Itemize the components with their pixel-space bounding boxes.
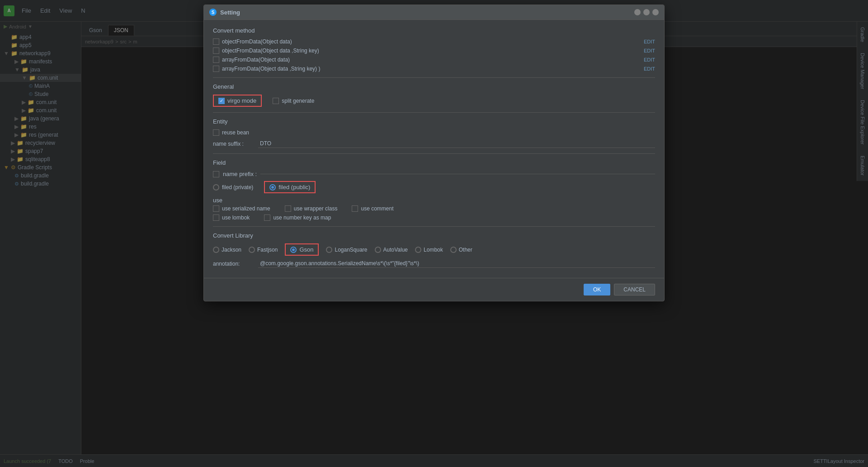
use-label: use: [213, 197, 222, 204]
convert-library-title: Convert Library: [213, 232, 655, 239]
lib-fastjson[interactable]: Fastjson: [249, 247, 278, 253]
reuse-bean-row[interactable]: reuse bean: [213, 129, 655, 136]
dialog-icon: S: [209, 9, 217, 16]
use-serialized-name[interactable]: use serialized name: [213, 205, 270, 212]
convert-method-label-3[interactable]: arrayFromData(Object data): [213, 57, 640, 63]
setting-dialog: S Setting Convert method objectFromData(…: [203, 5, 665, 301]
library-options-row: Jackson Fastjson Gson LoganSquare AutoVa…: [213, 243, 655, 256]
annotation-label: annotation:: [213, 261, 258, 267]
dialog-titlebar: S Setting: [204, 5, 664, 20]
use-lombok-checkbox[interactable]: [213, 214, 219, 221]
cancel-button[interactable]: CANCEL: [614, 284, 655, 295]
close-button[interactable]: [652, 9, 659, 15]
convert-method-cb-4[interactable]: [213, 66, 219, 72]
lib-autovalue-label: AutoValue: [383, 247, 408, 253]
convert-method-item-3: arrayFromData(Object data) EDIT: [213, 57, 655, 63]
use-lombok-label: use lombok: [222, 214, 250, 221]
edit-link-3[interactable]: EDIT: [644, 57, 655, 62]
use-comment-checkbox[interactable]: [352, 205, 358, 212]
lib-lombok[interactable]: Lombok: [415, 247, 443, 253]
convert-method-cb-2[interactable]: [213, 48, 219, 54]
general-options-row: virgo mode split generate: [213, 95, 655, 107]
use-number-key-label: use number key as map: [273, 214, 331, 221]
field-title: Field: [213, 159, 655, 166]
convert-method-item-2: objectFromData(Object data ,String key) …: [213, 48, 655, 54]
use-section-header: use: [213, 197, 655, 204]
edit-link-4[interactable]: EDIT: [644, 66, 655, 71]
lib-fastjson-radio[interactable]: [249, 247, 255, 253]
virgo-mode-checkbox[interactable]: [218, 98, 225, 104]
name-suffix-label: name suffix :: [213, 141, 258, 147]
filed-private-radio[interactable]: [213, 184, 219, 191]
lib-logansquare-radio[interactable]: [326, 247, 332, 253]
divider-4: [213, 226, 655, 227]
filed-public-label: filed (public): [278, 184, 310, 191]
virgo-mode-container[interactable]: virgo mode: [213, 95, 262, 107]
lib-lombok-label: Lombok: [424, 247, 443, 253]
convert-method-cb-1[interactable]: [213, 38, 219, 45]
name-prefix-label: name prefix :: [223, 171, 257, 177]
divider-1: [213, 77, 655, 78]
name-prefix-input-area: [260, 174, 655, 174]
virgo-mode-label: virgo mode: [227, 97, 256, 104]
use-items-row2: use lombok use number key as map: [213, 214, 655, 221]
convert-method-label-1[interactable]: objectFromData(Object data): [213, 38, 640, 45]
use-items-row1: use serialized name use wrapper class us…: [213, 205, 655, 212]
use-comment[interactable]: use comment: [352, 205, 393, 212]
lib-other[interactable]: Other: [450, 247, 472, 253]
use-serialized-name-checkbox[interactable]: [213, 205, 219, 212]
lib-logansquare-label: LoganSquare: [335, 247, 367, 253]
ok-button[interactable]: OK: [584, 284, 610, 295]
convert-method-label-4[interactable]: arrayFromData(Object data ,String key) ): [213, 66, 640, 72]
lib-jackson[interactable]: Jackson: [213, 247, 241, 253]
maximize-button[interactable]: [643, 9, 650, 15]
name-prefix-checkbox[interactable]: [213, 171, 219, 177]
convert-method-item-4: arrayFromData(Object data ,String key) )…: [213, 66, 655, 72]
lib-other-label: Other: [459, 247, 472, 253]
minimize-button[interactable]: [634, 9, 641, 15]
split-generate-container[interactable]: split generate: [273, 98, 314, 104]
lib-jackson-radio[interactable]: [213, 247, 219, 253]
divider-2: [213, 112, 655, 113]
lib-autovalue[interactable]: AutoValue: [375, 247, 408, 253]
filed-private-option[interactable]: filed (private): [213, 184, 253, 191]
dialog-content: Convert method objectFromData(Object dat…: [204, 20, 664, 278]
reuse-bean-label: reuse bean: [222, 129, 249, 136]
convert-method-item-1: objectFromData(Object data) EDIT: [213, 38, 655, 45]
use-comment-label: use comment: [361, 205, 393, 212]
annotation-row: annotation: @com.google.gson.annotations…: [213, 259, 655, 268]
use-wrapper-class-checkbox[interactable]: [285, 205, 291, 212]
lib-gson-label: Gson: [299, 246, 313, 253]
use-serialized-name-label: use serialized name: [222, 205, 270, 212]
window-controls: [634, 9, 659, 15]
lib-gson-radio[interactable]: [290, 247, 297, 253]
use-wrapper-class[interactable]: use wrapper class: [285, 205, 338, 212]
use-number-key-as-map[interactable]: use number key as map: [264, 214, 331, 221]
edit-link-2[interactable]: EDIT: [644, 48, 655, 53]
lib-other-radio[interactable]: [450, 247, 457, 253]
dialog-title: Setting: [220, 9, 634, 16]
convert-method-label-2[interactable]: objectFromData(Object data ,String key): [213, 48, 640, 54]
convert-method-cb-3[interactable]: [213, 57, 219, 63]
lib-gson-container[interactable]: Gson: [285, 243, 319, 256]
lib-autovalue-radio[interactable]: [375, 247, 381, 253]
filed-access-row: filed (private) filed (public): [213, 181, 655, 193]
lib-jackson-label: Jackson: [222, 247, 241, 253]
reuse-bean-checkbox[interactable]: [213, 129, 219, 136]
convert-method-title: Convert method: [213, 27, 655, 34]
filed-public-radio[interactable]: [269, 184, 276, 191]
split-generate-label: split generate: [282, 98, 314, 104]
use-number-key-checkbox[interactable]: [264, 214, 270, 221]
filed-public-container[interactable]: filed (public): [264, 181, 316, 193]
dialog-footer: OK CANCEL: [204, 278, 664, 301]
use-lombok[interactable]: use lombok: [213, 214, 250, 221]
use-wrapper-class-label: use wrapper class: [294, 205, 338, 212]
lib-lombok-radio[interactable]: [415, 247, 421, 253]
split-generate-checkbox[interactable]: [273, 98, 279, 104]
edit-link-1[interactable]: EDIT: [644, 39, 655, 44]
name-suffix-row: name suffix : DTO: [213, 139, 655, 148]
annotation-value[interactable]: @com.google.gson.annotations.SerializedN…: [258, 259, 655, 268]
filed-private-label: filed (private): [222, 184, 253, 191]
name-suffix-value[interactable]: DTO: [258, 139, 655, 148]
lib-logansquare[interactable]: LoganSquare: [326, 247, 367, 253]
